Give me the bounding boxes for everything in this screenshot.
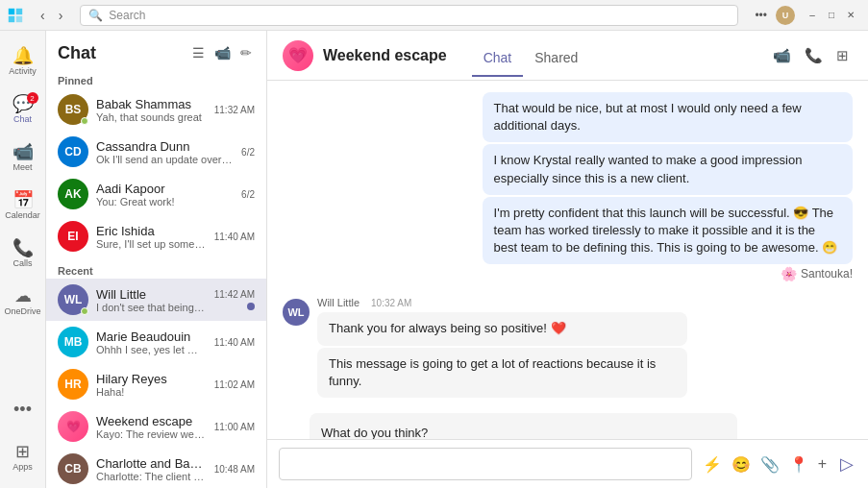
message-group: WL Will Little 10:32 AM Thank you for al… [283,297,853,398]
list-item[interactable]: MB Marie Beaudouin Ohhh I see, yes let m… [46,321,266,363]
chat-header-left: 💗 Weekend escape Chat Shared [283,40,769,71]
title-bar: ‹ › 🔍 Search ••• U – □ ✕ [0,0,868,31]
list-item[interactable]: BS Babak Shammas Yah, that sounds great … [46,88,266,131]
user-avatar: U [776,6,795,25]
sidebar-item-meet[interactable]: 📹 Meet [4,134,42,181]
avatar: CD [58,136,88,167]
messages-area: That would be nice, but at most I would … [267,81,868,439]
chat-time: 11:32 AM [214,105,255,115]
sidebar-item-calls[interactable]: 📞 Calls [4,231,42,277]
chat-name: Charlotte and Babak [96,456,207,471]
svg-rect-3 [16,15,22,21]
nav-forward-button[interactable]: › [53,6,69,25]
more-input-button[interactable]: + [815,452,830,476]
list-item[interactable]: CD Cassandra Dunn Ok I'll send an update… [46,131,266,173]
video-call-button[interactable]: 📹 [769,43,795,68]
chat-name: Babak Shammas [96,97,207,111]
chat-name: Will Little [96,287,207,302]
app-body: 🔔 Activity 💬 2 Chat 📹 Meet 📅 Calendar 📞 … [0,31,868,488]
nav-back-button[interactable]: ‹ [35,6,51,25]
svg-rect-1 [16,8,22,13]
sender-label: 🌸 Santouka! [483,266,853,281]
sidebar-item-calendar[interactable]: 📅 Calendar [4,183,42,229]
list-item[interactable]: HR Hilary Reyes Haha! 11:02 AM [46,363,266,405]
more-options-button[interactable]: ••• [750,7,772,24]
chat-preview: Haha! [96,386,207,398]
tab-chat[interactable]: Chat [472,46,524,77]
search-bar[interactable]: 🔍 Search [80,5,738,26]
quick-actions-button[interactable]: ⚡ [700,452,725,476]
chat-meta: 11:42 AM [214,289,255,310]
chat-main: 💗 Weekend escape Chat Shared 📹 📞 ⊞ That … [267,31,868,488]
message-time: 10:32 AM [371,298,411,308]
filter-button[interactable]: ☰ [189,42,208,63]
chat-name: Cassandra Dunn [96,139,234,154]
list-item[interactable]: WL Will Little I don't see that being an… [46,279,266,321]
more-actions-button[interactable]: ⊞ [832,43,853,68]
message-group: That would be nice, but at most I would … [283,92,853,281]
chat-info: Babak Shammas Yah, that sounds great [96,97,207,123]
list-item[interactable]: 💗 Weekend escape Kayo: The review went r… [46,405,266,448]
chat-name: Marie Beaudouin [96,329,207,344]
send-button[interactable]: ▷ [837,451,856,477]
tab-shared[interactable]: Shared [523,46,589,77]
onedrive-icon: ☁ [14,287,32,305]
message-input[interactable] [279,448,692,480]
chat-info: Marie Beaudouin Ohhh I see, yes let me f… [96,329,207,355]
sidebar-item-more[interactable]: ••• [4,386,42,432]
calendar-label: Calendar [5,210,40,220]
recent-label: Recent [46,257,266,279]
attach-button[interactable]: 📎 [757,452,782,476]
sidebar-item-apps[interactable]: ⊞ Apps [4,434,42,480]
chat-info: Cassandra Dunn Ok I'll send an update ov… [96,139,234,165]
pinned-label: Pinned [46,67,266,88]
maximize-button[interactable]: □ [822,6,841,25]
ms-teams-logo [8,8,23,23]
chat-time: 11:42 AM [214,289,255,300]
message-bubble: This message is going to get a lot of re… [317,348,687,398]
calendar-icon: 📅 [12,191,34,208]
chat-time: 11:02 AM [214,379,255,390]
list-item[interactable]: AK Aadi Kapoor You: Great work! 6/2 [46,173,266,215]
avatar: BS [58,94,88,125]
location-button[interactable]: 📍 [786,452,811,476]
search-icon: 🔍 [88,9,103,22]
nav-buttons: ‹ › [35,6,68,25]
unread-indicator [247,303,255,310]
sender-name: Will Little [317,297,360,308]
chat-header: 💗 Weekend escape Chat Shared 📹 📞 ⊞ [267,31,868,81]
avatar: 💗 [58,411,88,442]
chat-info: Eric Ishida Sure, I'll set up something … [96,224,207,250]
chat-info: Charlotte and Babak Charlotte: The clien… [96,456,207,482]
search-placeholder: Search [109,9,145,22]
chat-time: 11:00 AM [214,422,255,432]
avatar: CB [58,453,88,484]
meet-icon: 📹 [12,143,34,160]
chat-list-actions: ☰ 📹 ✏ [189,42,255,63]
compose-button[interactable]: ✏ [237,42,255,63]
close-button[interactable]: ✕ [841,6,860,25]
chat-info: Aadi Kapoor You: Great work! [96,182,234,207]
message-content: Will Little 10:32 AM Thank you for alway… [317,297,687,398]
chat-meta: 11:32 AM [214,105,255,115]
chat-preview: Charlotte: The client was pretty happy w… [96,471,207,482]
chat-meta: 10:48 AM [214,464,255,475]
group-icon: 💗 [283,40,313,71]
list-item[interactable]: EI Eric Ishida Sure, I'll set up somethi… [46,215,266,257]
input-area: ⚡ 😊 📎 📍 + ▷ [267,439,868,488]
sidebar-item-onedrive[interactable]: ☁ OneDrive [4,279,42,325]
chat-preview: Yah, that sounds great [96,111,207,123]
image-message-bubble: What do you think? Thought these images … [310,413,737,439]
sidebar-item-activity[interactable]: 🔔 Activity [4,38,42,85]
audio-call-button[interactable]: 📞 [801,43,827,68]
svg-rect-2 [9,15,14,21]
message-bubble: Thank you for always being so positive! … [317,312,687,345]
minimize-button[interactable]: – [803,6,822,25]
new-chat-video-button[interactable]: 📹 [211,42,234,63]
emoji-button[interactable]: 😊 [729,452,754,476]
svg-rect-0 [9,8,14,13]
sidebar-item-chat[interactable]: 💬 2 Chat [4,86,42,133]
list-item[interactable]: CB Charlotte and Babak Charlotte: The cl… [46,448,266,488]
apps-icon: ⊞ [15,443,30,460]
chat-meta: 6/2 [241,189,255,200]
